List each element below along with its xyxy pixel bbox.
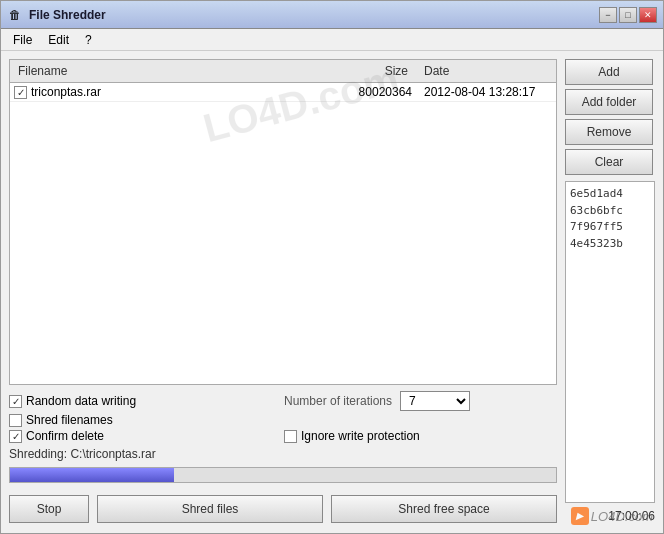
filename-label: triconptas.rar xyxy=(31,85,101,99)
hash-display: 6e5d1ad4 63cb6bfc 7f967ff5 4e45323b xyxy=(565,181,655,503)
title-bar: 🗑 File Shredder − □ ✕ xyxy=(1,1,663,29)
shred-filenames-option[interactable]: Shred filenames xyxy=(9,413,282,427)
left-panel: Filename Size Date triconptas.rar 800203… xyxy=(9,59,557,525)
filename-cell: triconptas.rar xyxy=(14,85,312,99)
options-section: Random data writing Number of iterations… xyxy=(9,391,557,485)
hash-line-1: 6e5d1ad4 xyxy=(570,186,650,203)
ignore-write-protection-option[interactable]: Ignore write protection xyxy=(284,429,557,443)
file-table: Filename Size Date triconptas.rar 800203… xyxy=(9,59,557,385)
right-panel: Add Add folder Remove Clear 6e5d1ad4 63c… xyxy=(565,59,655,525)
col-size: Size xyxy=(312,62,412,80)
window-controls: − □ ✕ xyxy=(599,7,657,23)
remove-button[interactable]: Remove xyxy=(565,119,653,145)
add-button[interactable]: Add xyxy=(565,59,653,85)
random-data-option[interactable]: Random data writing xyxy=(9,391,282,411)
confirm-delete-option[interactable]: Confirm delete xyxy=(9,429,282,443)
close-button[interactable]: ✕ xyxy=(639,7,657,23)
ignore-write-protection-label: Ignore write protection xyxy=(301,429,420,443)
add-folder-button[interactable]: Add folder xyxy=(565,89,653,115)
table-row: triconptas.rar 80020364 2012-08-04 13:28… xyxy=(10,83,556,102)
shred-free-space-button[interactable]: Shred free space xyxy=(331,495,557,523)
minimize-button[interactable]: − xyxy=(599,7,617,23)
stop-button[interactable]: Stop xyxy=(9,495,89,523)
progress-bar xyxy=(10,468,174,482)
col-filename: Filename xyxy=(14,62,312,80)
clear-button[interactable]: Clear xyxy=(565,149,653,175)
confirm-delete-checkbox[interactable] xyxy=(9,430,22,443)
ignore-write-protection-checkbox[interactable] xyxy=(284,430,297,443)
bottom-buttons: Stop Shred files Shred free space xyxy=(9,491,557,525)
main-content: Filename Size Date triconptas.rar 800203… xyxy=(1,51,663,533)
hash-line-2: 63cb6bfc xyxy=(570,203,650,220)
col-date: Date xyxy=(412,62,552,80)
shred-filenames-label: Shred filenames xyxy=(26,413,113,427)
iterations-label: Number of iterations xyxy=(284,394,392,408)
iterations-select[interactable]: 7 xyxy=(400,391,470,411)
time-display: 17:00:06 xyxy=(565,507,655,525)
table-body: triconptas.rar 80020364 2012-08-04 13:28… xyxy=(10,83,556,384)
table-header: Filename Size Date xyxy=(10,60,556,83)
shredding-status: Shredding: C:\triconptas.rar xyxy=(9,445,557,463)
maximize-button[interactable]: □ xyxy=(619,7,637,23)
hash-line-3: 7f967ff5 xyxy=(570,219,650,236)
size-cell: 80020364 xyxy=(312,85,412,99)
confirm-delete-label: Confirm delete xyxy=(26,429,104,443)
menu-edit[interactable]: Edit xyxy=(40,31,77,49)
iterations-row: Number of iterations 7 xyxy=(284,391,557,411)
menu-file[interactable]: File xyxy=(5,31,40,49)
menu-help[interactable]: ? xyxy=(77,31,100,49)
window-title: File Shredder xyxy=(29,8,599,22)
shred-files-button[interactable]: Shred files xyxy=(97,495,323,523)
menu-bar: File Edit ? xyxy=(1,29,663,51)
hash-line-4: 4e45323b xyxy=(570,236,650,253)
date-cell: 2012-08-04 13:28:17 xyxy=(412,85,552,99)
random-data-checkbox[interactable] xyxy=(9,395,22,408)
options-grid: Random data writing Number of iterations… xyxy=(9,391,557,443)
random-data-label: Random data writing xyxy=(26,394,136,408)
progress-bar-container xyxy=(9,467,557,483)
app-icon: 🗑 xyxy=(7,7,23,23)
shred-filenames-checkbox[interactable] xyxy=(9,414,22,427)
file-checkbox[interactable] xyxy=(14,86,27,99)
